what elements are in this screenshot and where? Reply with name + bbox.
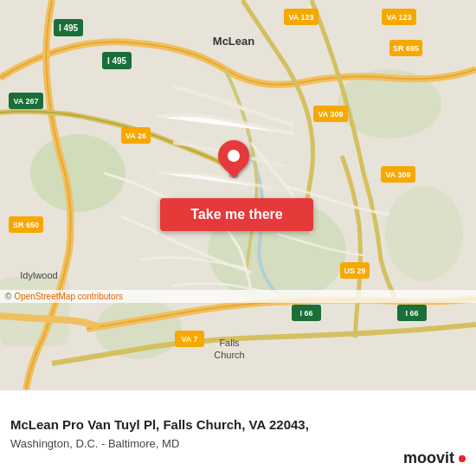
svg-text:VA 123: VA 123 <box>288 13 313 22</box>
svg-text:VA 309: VA 309 <box>318 110 343 119</box>
map-container: I 495 I 495 VA 123 VA 123 SR 695 VA 267 … <box>0 0 476 389</box>
svg-text:US 29: US 29 <box>344 267 365 275</box>
svg-text:VA 267: VA 267 <box>13 97 38 106</box>
svg-text:VA 7: VA 7 <box>181 335 197 344</box>
copyright-icon: © <box>5 292 11 301</box>
svg-text:VA 123: VA 123 <box>386 13 411 22</box>
pin-inner <box>228 150 240 162</box>
svg-text:VA 26: VA 26 <box>125 132 146 140</box>
moovit-logo: moovit <box>403 449 466 467</box>
svg-text:Church: Church <box>214 350 244 360</box>
svg-text:I 495: I 495 <box>107 56 127 66</box>
svg-text:McLean: McLean <box>213 35 254 48</box>
address-line1: McLean Pro Van Tuyl Pl, Falls Church, VA… <box>10 416 309 434</box>
svg-text:Falls: Falls <box>219 338 240 348</box>
svg-text:I 66: I 66 <box>405 309 418 318</box>
pin-head <box>212 134 256 178</box>
svg-point-1 <box>30 134 125 212</box>
location-pin <box>218 140 249 178</box>
svg-text:VA 309: VA 309 <box>385 170 410 179</box>
copyright-bar: © OpenStreetMap contributors <box>0 290 476 303</box>
info-bar: McLean Pro Van Tuyl Pl, Falls Church, VA… <box>0 389 476 476</box>
address-block: McLean Pro Van Tuyl Pl, Falls Church, VA… <box>10 416 309 450</box>
svg-text:SR 695: SR 695 <box>393 44 419 53</box>
svg-point-6 <box>385 186 463 281</box>
svg-text:I 495: I 495 <box>59 23 79 33</box>
moovit-dot <box>459 455 466 462</box>
svg-text:I 66: I 66 <box>299 309 312 318</box>
moovit-text: moovit <box>403 449 454 467</box>
svg-text:Idylwood: Idylwood <box>20 270 57 280</box>
take-me-there-button[interactable]: Take me there <box>160 198 313 231</box>
svg-text:SR 650: SR 650 <box>13 221 39 229</box>
address-line2: Washington, D.C. - Baltimore, MD <box>10 437 309 450</box>
openstreetmap-link[interactable]: OpenStreetMap contributors <box>14 292 123 301</box>
